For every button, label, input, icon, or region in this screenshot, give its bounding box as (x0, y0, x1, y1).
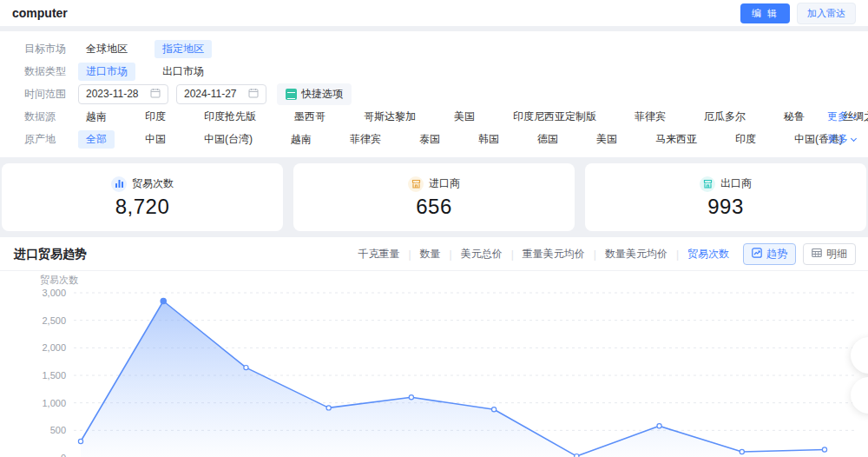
end-date-value: 2024-11-27 (184, 88, 237, 100)
filter-chip[interactable]: 韩国 (470, 130, 507, 149)
data-source-options: 越南印度印度抢先版墨西哥哥斯达黎加美国印度尼西亚定制版菲律宾厄瓜多尔秘鲁丝绸之路… (78, 108, 868, 126)
filter-chip[interactable]: 菲律宾 (342, 130, 389, 149)
metric-divider: | (408, 248, 411, 261)
stat-value: 8,720 (115, 195, 170, 219)
filter-chip[interactable]: 出口市场 (155, 63, 212, 81)
filter-chip[interactable]: 印度 (137, 108, 174, 126)
filter-chip[interactable]: 美国 (446, 108, 483, 126)
importer-icon (408, 176, 424, 192)
edit-button[interactable]: 编 辑 (740, 3, 790, 23)
filter-label: 数据类型 (24, 64, 78, 79)
data-type-options: 进口市场出口市场 (78, 63, 212, 81)
metric-option[interactable]: 千克重量 (358, 247, 399, 262)
filter-chip[interactable]: 越南 (78, 108, 115, 126)
chart-header: 进口贸易趋势 千克重量|数量|美元总价|重量美元均价|数量美元均价|贸易次数 趋… (0, 237, 868, 271)
stat-card-exporters: 出口商 993 (585, 163, 866, 231)
quick-options-button[interactable]: 快捷选项 (277, 83, 352, 105)
filter-chip[interactable]: 菲律宾 (627, 108, 674, 126)
filter-row-origin: 原产地 全部中国中国(台湾)越南菲律宾泰国韩国德国美国马来西亚印度中国(香港)印… (24, 128, 858, 150)
metric-divider: | (594, 248, 596, 261)
filter-chip[interactable]: 中国(台湾) (196, 130, 260, 149)
filter-label: 原产地 (24, 132, 78, 147)
filter-chip[interactable]: 全球地区 (78, 40, 135, 58)
filter-panel: 目标市场 全球地区指定地区 数据类型 进口市场出口市场 时间范围 2023-11… (0, 31, 868, 157)
svg-text:500: 500 (50, 425, 66, 435)
filter-chip[interactable]: 美国 (589, 130, 625, 149)
chart-panel: 进口贸易趋势 千克重量|数量|美元总价|重量美元均价|数量美元均价|贸易次数 趋… (0, 237, 868, 457)
target-market-options: 全球地区指定地区 (78, 40, 212, 58)
filter-chip[interactable]: 印度 (727, 130, 764, 149)
metric-option[interactable]: 重量美元均价 (523, 247, 585, 262)
filter-chip[interactable]: 越南 (283, 130, 319, 149)
filter-label: 目标市场 (24, 42, 78, 56)
filter-chip[interactable]: 泰国 (411, 130, 448, 149)
filter-label: 数据源 (24, 109, 78, 124)
filter-chip[interactable]: 中国 (137, 130, 174, 149)
filter-chip[interactable]: 德国 (529, 130, 566, 149)
svg-text:2,000: 2,000 (42, 342, 66, 353)
add-to-radar-button[interactable]: 加入雷达 (797, 3, 856, 24)
metric-divider: | (450, 248, 452, 261)
metric-option[interactable]: 美元总价 (461, 247, 503, 262)
svg-text:1,000: 1,000 (42, 398, 66, 408)
data-source-more-link[interactable]: 更多 (827, 109, 856, 124)
stat-label: 出口商 (720, 176, 752, 191)
topbar-actions: 编 辑 加入雷达 (740, 3, 856, 24)
detail-view-button[interactable]: 明细 (803, 243, 856, 265)
svg-text:1,500: 1,500 (42, 370, 66, 381)
stat-label: 进口商 (429, 176, 460, 191)
svg-text:贸易次数: 贸易次数 (40, 275, 78, 285)
filter-chip[interactable]: 指定地区 (155, 40, 212, 58)
metric-option[interactable]: 数量美元均价 (605, 247, 667, 262)
svg-text:0: 0 (61, 453, 66, 457)
stat-value: 993 (707, 195, 744, 219)
calendar-icon (248, 88, 259, 101)
filter-chip[interactable]: 墨西哥 (286, 108, 333, 126)
filter-label: 时间范围 (24, 87, 78, 102)
svg-text:3,000: 3,000 (42, 288, 66, 298)
chart-controls: 千克重量|数量|美元总价|重量美元均价|数量美元均价|贸易次数 趋势 明细 (358, 243, 856, 265)
calendar-icon (150, 88, 161, 101)
quick-options-label: 快捷选项 (301, 87, 343, 102)
stats-row: 贸易次数 8,720 进口商 656 出口商 993 (2, 163, 866, 231)
start-date-value: 2023-11-28 (86, 88, 139, 100)
filter-row-target-market: 目标市场 全球地区指定地区 (24, 37, 858, 60)
metric-option[interactable]: 贸易次数 (687, 247, 729, 262)
bar-chart-icon (111, 176, 127, 192)
trend-line-chart[interactable]: 贸易次数05001,0001,5002,0002,5003,0002023-11… (0, 271, 868, 457)
chart-title: 进口贸易趋势 (14, 247, 87, 262)
trend-icon (752, 248, 762, 261)
filter-chip[interactable]: 进口市场 (78, 63, 135, 81)
end-date-input[interactable]: 2024-11-27 (176, 84, 266, 104)
origin-options: 全部中国中国(台湾)越南菲律宾泰国韩国德国美国马来西亚印度中国(香港)印度尼西亚… (78, 130, 868, 149)
metric-divider: | (676, 248, 679, 261)
metric-option[interactable]: 数量 (420, 247, 441, 262)
stat-card-importers: 进口商 656 (293, 163, 575, 231)
page-title: computer (12, 6, 68, 20)
filter-chip[interactable]: 印度抢先版 (196, 108, 264, 126)
table-icon (812, 248, 822, 261)
view-switcher: 趋势 明细 (743, 243, 856, 265)
stat-label: 贸易次数 (132, 176, 174, 191)
filter-chip[interactable]: 秘鲁 (776, 108, 812, 126)
filter-row-time-range: 时间范围 2023-11-28 2024-11-27 快捷选项 (24, 83, 858, 105)
filter-chip[interactable]: 厄瓜多尔 (696, 108, 753, 126)
stat-card-trade-count: 贸易次数 8,720 (2, 163, 283, 231)
filter-chip[interactable]: 哥斯达黎加 (356, 108, 424, 126)
metric-switcher: 千克重量|数量|美元总价|重量美元均价|数量美元均价|贸易次数 (358, 247, 729, 262)
filter-row-data-type: 数据类型 进口市场出口市场 (24, 60, 858, 83)
metric-divider: | (511, 248, 514, 261)
top-bar: computer 编 辑 加入雷达 (0, 0, 868, 26)
trend-view-button[interactable]: 趋势 (743, 243, 796, 265)
quick-calendar-icon (286, 89, 297, 100)
filter-row-data-source: 数据源 越南印度印度抢先版墨西哥哥斯达黎加美国印度尼西亚定制版菲律宾厄瓜多尔秘鲁… (24, 105, 858, 128)
stat-value: 656 (416, 195, 452, 219)
start-date-input[interactable]: 2023-11-28 (78, 84, 168, 104)
chevron-down-icon (851, 112, 857, 118)
chevron-down-icon (851, 135, 857, 141)
origin-more-link[interactable]: 更多 (827, 132, 856, 147)
filter-chip[interactable]: 马来西亚 (648, 130, 705, 149)
filter-chip[interactable]: 全部 (78, 130, 115, 149)
filter-chip[interactable]: 印度尼西亚定制版 (505, 108, 604, 126)
exporter-icon (700, 176, 715, 192)
